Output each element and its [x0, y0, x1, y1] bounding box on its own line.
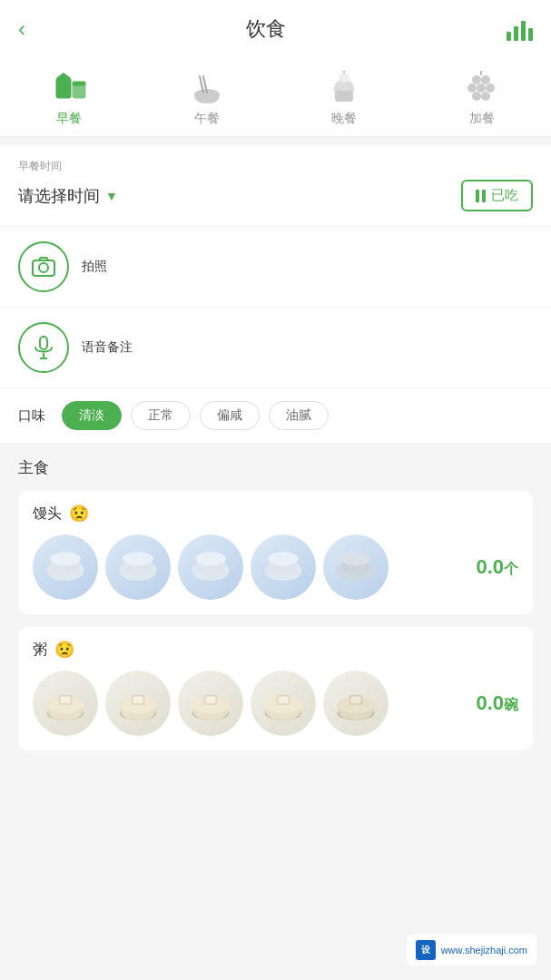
svg-marker-1	[56, 73, 71, 78]
mantou-count: 0.0个	[476, 555, 518, 579]
svg-rect-0	[56, 78, 71, 98]
time-section-label: 早餐时间	[18, 159, 533, 174]
svg-point-9	[339, 74, 349, 83]
svg-point-37	[268, 552, 299, 565]
eaten-label: 已吃	[491, 187, 518, 204]
time-placeholder: 请选择时间	[18, 185, 100, 207]
svg-point-13	[481, 75, 490, 84]
svg-rect-44	[60, 697, 70, 703]
svg-point-40	[340, 552, 371, 565]
svg-rect-52	[205, 697, 215, 703]
svg-point-34	[195, 552, 226, 565]
svg-point-28	[50, 552, 81, 565]
header: ‹ 饮食	[0, 0, 551, 58]
mantou-portion-4[interactable]	[251, 534, 316, 600]
svg-rect-60	[350, 697, 360, 703]
svg-rect-2	[59, 82, 68, 87]
taste-title: 口味	[18, 407, 45, 425]
photo-action-row: 拍照	[0, 226, 551, 307]
svg-point-17	[472, 92, 481, 101]
zhou-portions: 0.0碗	[33, 671, 518, 736]
taste-section: 口味 清淡 正常 偏咸 油腻	[0, 387, 551, 443]
zhou-portion-3[interactable]	[178, 671, 243, 736]
taste-tag-oily[interactable]: 油腻	[269, 401, 329, 430]
taste-tag-salty[interactable]: 偏咸	[200, 401, 260, 430]
breakfast-icon	[49, 71, 89, 105]
watermark: 设 www.shejizhaji.com	[407, 935, 536, 965]
camera-icon	[32, 255, 55, 279]
tab-lunch-label: 午餐	[194, 111, 220, 127]
eaten-button[interactable]: 已吃	[461, 180, 533, 211]
tab-snack[interactable]: 加餐	[413, 71, 551, 127]
watermark-text: www.shejizhaji.com	[441, 945, 527, 956]
taste-tag-normal[interactable]: 正常	[131, 401, 191, 430]
taste-tag-light[interactable]: 清淡	[62, 401, 122, 430]
svg-rect-4	[73, 82, 85, 85]
voice-label: 语音备注	[82, 339, 133, 356]
microphone-icon	[32, 336, 55, 359]
pause-icon	[476, 190, 486, 202]
zhou-portion-5[interactable]	[323, 671, 389, 736]
zhou-emoji: 😟	[54, 640, 74, 660]
svg-point-18	[481, 92, 490, 101]
photo-label: 拍照	[82, 259, 107, 275]
zhou-count: 0.0碗	[476, 691, 518, 715]
time-section: 早餐时间 请选择时间 ▼ 已吃	[0, 146, 551, 226]
meal-tabs: 早餐 午餐 晚餐	[0, 58, 551, 137]
svg-rect-23	[40, 337, 47, 349]
svg-rect-48	[133, 697, 143, 703]
zhou-portion-2[interactable]	[105, 671, 171, 736]
mantou-emoji: 😟	[69, 504, 89, 524]
taste-tags: 清淡 正常 偏咸 油腻	[62, 401, 329, 430]
svg-point-31	[123, 552, 153, 565]
svg-point-12	[472, 75, 481, 84]
page-title: 饮食	[246, 15, 286, 43]
time-select-button[interactable]: 请选择时间 ▼	[18, 185, 118, 207]
back-button[interactable]: ‹	[18, 16, 25, 42]
lunch-icon	[187, 71, 227, 105]
dinner-icon	[324, 71, 364, 105]
mantou-portion-5[interactable]	[323, 534, 389, 600]
voice-action-row: 语音备注	[0, 307, 551, 387]
food-name-mantou: 馒头	[33, 505, 62, 524]
photo-button[interactable]	[18, 241, 69, 292]
mantou-portion-1[interactable]	[33, 534, 98, 600]
svg-point-11	[342, 71, 346, 73]
zhou-portion-4[interactable]	[251, 671, 316, 736]
svg-rect-56	[278, 697, 288, 703]
tab-dinner-label: 晚餐	[331, 111, 357, 127]
mantou-portion-2[interactable]	[105, 534, 171, 600]
tab-snack-label: 加餐	[469, 111, 495, 127]
tab-breakfast-label: 早餐	[56, 111, 82, 127]
svg-point-15	[477, 83, 486, 93]
svg-rect-8	[335, 89, 353, 102]
food-item-zhou: 粥 😟	[18, 627, 533, 750]
snack-icon	[462, 71, 502, 105]
time-arrow-icon: ▼	[105, 189, 118, 203]
tab-breakfast[interactable]: 早餐	[0, 71, 138, 127]
food-name-zhou: 粥	[33, 641, 47, 660]
mantou-portions: 0.0个	[33, 534, 518, 600]
watermark-logo: 设	[416, 940, 436, 960]
voice-button[interactable]	[18, 322, 69, 373]
zhou-portion-1[interactable]	[33, 671, 98, 736]
tab-lunch[interactable]: 午餐	[138, 71, 276, 127]
chart-icon[interactable]	[507, 17, 533, 41]
food-section-title: 主食	[18, 457, 533, 478]
tab-dinner[interactable]: 晚餐	[276, 71, 414, 127]
svg-point-14	[467, 83, 477, 93]
mantou-portion-3[interactable]	[178, 534, 243, 600]
svg-point-22	[39, 263, 48, 272]
main-food-section: 主食 馒头 😟	[0, 443, 551, 750]
svg-point-16	[486, 83, 495, 93]
food-item-mantou: 馒头 😟	[18, 491, 533, 614]
